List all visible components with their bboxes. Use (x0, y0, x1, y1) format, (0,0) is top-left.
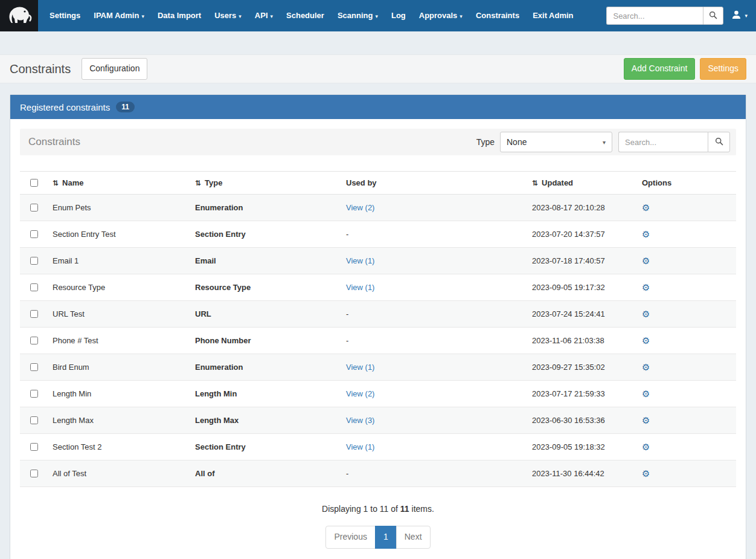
app-logo[interactable] (0, 0, 38, 31)
row-checkbox[interactable] (30, 416, 38, 424)
sort-icon: ⇅ (53, 179, 59, 187)
updated-timestamp: 2023-07-18 17:40:57 (527, 248, 633, 274)
table-search-button[interactable] (708, 132, 730, 152)
row-checkbox[interactable] (30, 337, 38, 344)
used-by-view-link[interactable]: View (2) (346, 203, 374, 212)
constraint-name: Resource Type (48, 274, 190, 301)
table-row: Section Test 2Section EntryView (1)2023-… (20, 434, 736, 460)
nav-item-api[interactable]: API▾ (248, 0, 280, 32)
user-icon (731, 10, 742, 22)
column-label: Updated (542, 178, 573, 187)
items-summary: Displaying 1 to 11 of 11 items. (20, 504, 736, 514)
nav-item-scheduler[interactable]: Scheduler (280, 0, 331, 31)
panel-title: Registered constraints (20, 102, 110, 112)
table-search-input[interactable] (618, 132, 708, 152)
gear-icon[interactable]: ⚙ (642, 442, 650, 452)
updated-timestamp: 2023-09-05 19:17:32 (527, 274, 633, 301)
column-header-updated[interactable]: ⇅Updated (527, 172, 633, 195)
constraint-name: Phone # Test (48, 328, 190, 354)
nav-item-scanning[interactable]: Scanning▾ (331, 0, 385, 32)
row-checkbox[interactable] (30, 363, 38, 371)
pagination-page-1[interactable]: 1 (375, 526, 397, 549)
row-checkbox[interactable] (30, 283, 38, 291)
nav-item-exit-admin[interactable]: Exit Admin (526, 0, 580, 31)
column-label: Name (62, 178, 83, 187)
gear-icon[interactable]: ⚙ (642, 229, 650, 239)
used-by-view-link[interactable]: View (1) (346, 363, 374, 372)
nav-item-approvals[interactable]: Approvals▾ (412, 0, 469, 32)
chevron-down-icon: ▾ (603, 139, 606, 146)
updated-timestamp: 2023-09-05 19:18:32 (527, 434, 633, 460)
used-by-view-link[interactable]: View (1) (346, 442, 374, 451)
chevron-down-icon: ▾ (239, 13, 242, 19)
add-constraint-button[interactable]: Add Constraint (624, 58, 696, 80)
summary-total: 11 (400, 504, 409, 514)
panel-heading: Registered constraints 11 (10, 95, 746, 119)
navbar-search-input[interactable] (606, 7, 703, 25)
gear-icon[interactable]: ⚙ (642, 256, 650, 266)
constraint-type: Length Min (190, 381, 341, 407)
chevron-down-icon: ▾ (460, 13, 463, 19)
page-title: Constraints (10, 62, 71, 76)
gear-icon[interactable]: ⚙ (642, 335, 650, 346)
nav-item-users[interactable]: Users▾ (208, 0, 248, 32)
used-by-view-link[interactable]: View (1) (346, 256, 374, 265)
gear-icon[interactable]: ⚙ (642, 389, 650, 399)
constraint-name: Length Min (48, 381, 190, 407)
used-by-none: - (341, 301, 527, 328)
table-row: URL TestURL-2023-07-24 15:24:41⚙ (20, 301, 736, 328)
gear-icon[interactable]: ⚙ (642, 468, 650, 479)
table-search-group (618, 132, 730, 152)
gear-icon[interactable]: ⚙ (642, 202, 650, 213)
row-checkbox[interactable] (30, 390, 38, 398)
row-checkbox[interactable] (30, 470, 38, 477)
table-row: Enum PetsEnumerationView (2)2023-08-17 2… (20, 195, 736, 221)
chevron-down-icon: ▾ (271, 13, 274, 19)
used-by-view-link[interactable]: View (2) (346, 389, 374, 398)
pagination-next[interactable]: Next (396, 526, 431, 549)
registered-constraints-panel: Registered constraints 11 Constraints Ty… (10, 94, 746, 559)
gear-icon[interactable]: ⚙ (642, 362, 650, 372)
table-row: Bird EnumEnumerationView (1)2023-09-27 1… (20, 354, 736, 381)
user-menu-button[interactable]: ▾ (731, 10, 748, 22)
summary-suffix: items. (412, 504, 434, 514)
table-header-row: ⇅Name ⇅Type Used by ⇅Updated Options (20, 172, 736, 195)
table-row: All of TestAll of-2023-11-30 16:44:42⚙ (20, 460, 736, 487)
type-filter-select[interactable]: None ▾ (500, 132, 612, 152)
used-by-view-link[interactable]: View (3) (346, 416, 374, 425)
pagination-previous[interactable]: Previous (325, 526, 375, 549)
nav-item-ipam-admin[interactable]: IPAM Admin▾ (87, 0, 151, 32)
table-row: Length MinLength MinView (2)2023-07-17 2… (20, 381, 736, 407)
navbar-search-button[interactable] (703, 7, 723, 25)
page-header: Constraints Configuration Add Constraint… (0, 54, 756, 83)
nav-item-settings[interactable]: Settings (43, 0, 87, 31)
navbar-search (606, 7, 723, 25)
row-checkbox[interactable] (30, 310, 38, 318)
constraint-type: Enumeration (190, 354, 341, 381)
row-checkbox[interactable] (30, 443, 38, 451)
search-icon (709, 11, 717, 21)
gear-icon[interactable]: ⚙ (642, 282, 650, 292)
navbar: SettingsIPAM Admin▾Data ImportUsers▾API▾… (0, 0, 756, 31)
used-by-view-link[interactable]: View (1) (346, 283, 374, 292)
row-checkbox[interactable] (30, 204, 38, 212)
column-header-select (20, 172, 48, 195)
select-all-checkbox[interactable] (30, 179, 38, 187)
column-header-type[interactable]: ⇅Type (190, 172, 341, 195)
row-checkbox[interactable] (30, 230, 38, 238)
search-icon (715, 137, 723, 147)
nav-item-data-import[interactable]: Data Import (151, 0, 208, 31)
chevron-down-icon: ▾ (141, 13, 144, 19)
configuration-button[interactable]: Configuration (82, 58, 147, 80)
gear-icon[interactable]: ⚙ (642, 415, 650, 425)
column-header-name[interactable]: ⇅Name (48, 172, 190, 195)
constraint-type: Enumeration (190, 195, 341, 221)
nav-item-constraints[interactable]: Constraints (469, 0, 526, 31)
constraint-type: Resource Type (190, 274, 341, 301)
constraints-count-badge: 11 (116, 102, 135, 112)
nav-item-log[interactable]: Log (385, 0, 412, 31)
gear-icon[interactable]: ⚙ (642, 309, 650, 319)
column-label: Options (642, 178, 671, 187)
settings-button[interactable]: Settings (700, 58, 746, 80)
row-checkbox[interactable] (30, 257, 38, 265)
